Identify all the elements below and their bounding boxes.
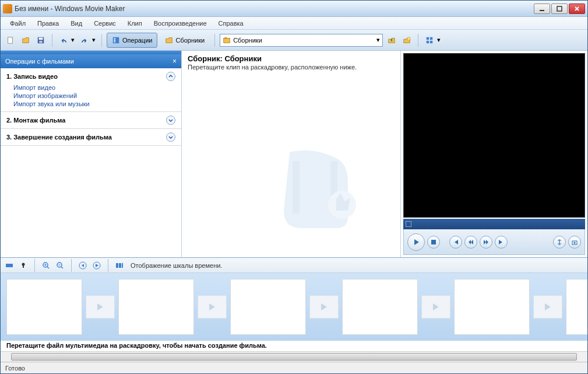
- folder-icon: [165, 36, 173, 44]
- menu-play[interactable]: Воспроизведение: [149, 19, 212, 28]
- transition-slot[interactable]: [86, 295, 115, 319]
- separator: [71, 259, 72, 272]
- zoom-in-button[interactable]: [41, 260, 51, 271]
- task-section-title: 1. Запись видео: [6, 73, 58, 80]
- task-section-head-2[interactable]: 2. Монтаж фильма: [6, 116, 175, 125]
- separator: [418, 34, 418, 47]
- tasks-close-button[interactable]: ×: [172, 57, 177, 65]
- transition-slot[interactable]: [421, 295, 450, 319]
- toolbar: ▾ ▾ Операции Сборники Сборники ▾ ▾: [1, 30, 587, 51]
- scrollbar-thumb[interactable]: [11, 353, 577, 361]
- storyboard-slot[interactable]: [6, 279, 82, 335]
- task-link-import-video[interactable]: Импорт видео: [13, 83, 175, 92]
- transition-slot[interactable]: [309, 295, 339, 319]
- redo-button[interactable]: ▾: [78, 34, 97, 47]
- separator: [101, 34, 102, 47]
- storyboard-slot[interactable]: [118, 279, 194, 335]
- forward-button[interactable]: [480, 236, 492, 249]
- show-storyboard-button[interactable]: [114, 260, 125, 271]
- app-icon: [3, 4, 12, 13]
- svg-rect-7: [114, 38, 116, 39]
- preview-controls: [403, 229, 585, 255]
- collection-subtitle: Перетащите клип на раскадровку, располож…: [188, 64, 395, 71]
- timeline-view-button[interactable]: [4, 260, 15, 271]
- collection-icon: [223, 36, 231, 44]
- split-clip-button[interactable]: [553, 236, 566, 249]
- svg-rect-32: [122, 263, 123, 268]
- separator: [108, 259, 108, 272]
- task-section-head-3[interactable]: 3. Завершение создания фильма: [6, 132, 175, 142]
- separator: [34, 259, 35, 272]
- svg-point-12: [407, 37, 410, 40]
- open-button[interactable]: [19, 34, 32, 47]
- new-button[interactable]: [4, 34, 17, 47]
- close-button[interactable]: [569, 4, 585, 14]
- task-link-import-audio[interactable]: Импорт звука или музыки: [13, 100, 175, 108]
- storyboard-slot[interactable]: [566, 279, 587, 335]
- up-level-button[interactable]: [385, 34, 398, 47]
- tasks-toggle-label: Операции: [122, 37, 152, 44]
- transition-slot[interactable]: [198, 295, 227, 319]
- svg-rect-11: [225, 37, 227, 39]
- storyboard-slot[interactable]: [230, 279, 306, 335]
- collections-toggle-button[interactable]: Сборники: [160, 33, 210, 48]
- take-picture-button[interactable]: [568, 236, 581, 249]
- prev-button[interactable]: [449, 236, 462, 249]
- play-timeline-button[interactable]: [91, 260, 102, 271]
- titlebar[interactable]: Без имени - Windows Movie Maker: [1, 1, 587, 17]
- preview-monitor[interactable]: [403, 53, 585, 218]
- tasks-toggle-button[interactable]: Операции: [107, 33, 157, 48]
- task-section-edit: 2. Монтаж фильма: [1, 112, 181, 129]
- menu-help[interactable]: Справка: [214, 19, 248, 28]
- stop-button[interactable]: [427, 236, 440, 249]
- menu-file[interactable]: Файл: [5, 19, 30, 28]
- minimize-button[interactable]: [534, 4, 550, 14]
- storyboard[interactable]: [1, 273, 587, 341]
- storyboard-slot[interactable]: [342, 279, 418, 335]
- menu-tools[interactable]: Сервис: [89, 19, 121, 28]
- undo-button[interactable]: ▾: [57, 34, 76, 47]
- task-link-import-images[interactable]: Импорт изображений: [13, 92, 175, 100]
- svg-rect-14: [430, 37, 432, 39]
- task-section-head-1[interactable]: 1. Запись видео: [6, 72, 175, 81]
- menu-edit[interactable]: Правка: [33, 19, 64, 28]
- collection-pane[interactable]: Сборник: Сборники Перетащите клип на рас…: [181, 51, 401, 257]
- save-button[interactable]: [34, 34, 47, 47]
- preview-seek-bar[interactable]: [403, 219, 585, 229]
- menu-view[interactable]: Вид: [66, 19, 87, 28]
- svg-rect-17: [293, 161, 300, 214]
- menu-clip[interactable]: Клип: [123, 19, 147, 28]
- filmstrip-watermark-icon: [272, 141, 365, 234]
- maximize-button[interactable]: [551, 4, 568, 14]
- storyboard-hint: Перетащите файл мультимедиа на раскадров…: [1, 341, 587, 351]
- separator: [214, 34, 215, 47]
- svg-rect-25: [23, 265, 24, 268]
- seek-handle-icon[interactable]: [406, 221, 411, 227]
- new-folder-button[interactable]: [400, 34, 413, 47]
- view-mode-button[interactable]: ▾: [423, 34, 442, 47]
- next-button[interactable]: [495, 236, 508, 249]
- svg-rect-4: [39, 37, 43, 40]
- task-section-title: 3. Завершение создания фильма: [6, 134, 112, 141]
- zoom-out-button[interactable]: [55, 260, 65, 271]
- horizontal-scrollbar[interactable]: [1, 351, 587, 362]
- chevron-down-icon: ▾: [376, 36, 380, 44]
- task-section-title: 2. Монтаж фильма: [6, 117, 65, 124]
- task-section-finish: 3. Завершение создания фильма: [1, 129, 181, 146]
- chevron-down-icon: [166, 116, 175, 125]
- rewind-timeline-button[interactable]: [78, 260, 88, 271]
- play-button[interactable]: [407, 233, 425, 251]
- collection-combo[interactable]: Сборники ▾: [220, 34, 383, 47]
- svg-rect-1: [557, 6, 562, 11]
- svg-rect-16: [430, 40, 432, 43]
- narrate-button[interactable]: [18, 260, 29, 271]
- svg-rect-5: [39, 40, 42, 43]
- main-area: Операции с фильмами × 1. Запись видео Им…: [1, 51, 587, 258]
- window-controls: [534, 4, 585, 14]
- preview-pane: [401, 51, 587, 257]
- transition-slot[interactable]: [533, 295, 562, 319]
- storyboard-slot[interactable]: [454, 279, 530, 335]
- rewind-button[interactable]: [464, 236, 477, 249]
- timeline-toolbar: Отображение шкалы времени.: [1, 258, 587, 273]
- svg-rect-15: [427, 40, 429, 43]
